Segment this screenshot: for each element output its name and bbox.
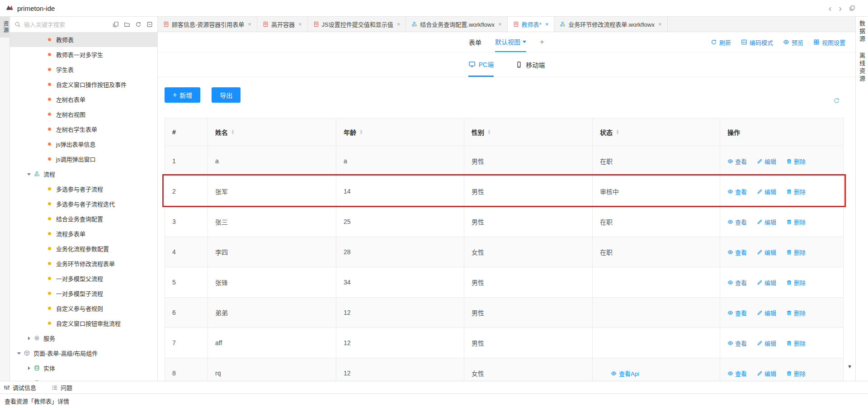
tree-item[interactable]: 流程多表单	[10, 226, 157, 241]
edit-action[interactable]: 编辑	[757, 369, 776, 378]
nav-back-icon[interactable]	[829, 4, 832, 13]
tree-item[interactable]: 自定义窗口按钮审批流程	[10, 316, 157, 331]
nav-forward-icon[interactable]	[839, 4, 842, 13]
export-button[interactable]: 导出	[212, 87, 241, 103]
resources-panel-tab[interactable]: 资源	[0, 17, 9, 38]
tree-item[interactable]: 流程	[10, 166, 157, 181]
tree-item[interactable]: js调用弹出窗口	[10, 152, 157, 166]
tree-item[interactable]: 多选参与者子流程	[10, 181, 157, 196]
problems-tab[interactable]: 问题	[52, 383, 72, 392]
view-action[interactable]: 查看	[727, 308, 747, 317]
expand-arrow-icon[interactable]	[15, 350, 23, 356]
tree-item[interactable]: js弹出表单信息	[10, 137, 157, 152]
tree-item[interactable]: 自定义窗口操作按钮及事件	[10, 77, 157, 92]
sort-icon[interactable]	[487, 129, 491, 135]
sort-icon[interactable]	[359, 129, 363, 135]
add-view-button[interactable]: +	[540, 32, 544, 52]
tree-item[interactable]: 业务环节修改流程表单	[10, 256, 157, 271]
preview-button[interactable]: 预览	[783, 38, 803, 47]
tree-item[interactable]: 结合业务查询配置	[10, 211, 157, 226]
view-action[interactable]: 查看	[727, 187, 747, 196]
folder-icon[interactable]	[124, 21, 130, 28]
close-tab-icon[interactable]	[658, 21, 662, 28]
table-row[interactable]: 7 aff 12 男性 查看编辑删除	[165, 328, 843, 358]
close-tab-icon[interactable]	[498, 21, 502, 28]
tree-item[interactable]: 服务	[10, 331, 157, 346]
debug-info-tab[interactable]: 调试信息	[4, 383, 36, 392]
edit-action[interactable]: 编辑	[757, 218, 776, 226]
sort-icon[interactable]	[231, 129, 235, 135]
delete-action[interactable]: 删除	[786, 308, 806, 317]
table-row[interactable]: 3 张三 25 男性 在职 查看编辑删除	[165, 207, 843, 237]
view-action[interactable]: 查看	[727, 369, 747, 378]
close-tab-icon[interactable]	[298, 21, 302, 28]
delete-action[interactable]: 删除	[786, 157, 806, 166]
tree-item[interactable]: 实体	[10, 361, 157, 375]
close-tab-icon[interactable]	[545, 21, 549, 28]
table-row[interactable]: 5 张锋 34 男性 查看编辑删除	[165, 267, 843, 298]
expand-arrow-icon[interactable]	[25, 171, 33, 177]
tab-mobile[interactable]: 移动端	[515, 52, 545, 77]
editor-tab[interactable]: JS设置控件提交值和显示值	[308, 17, 406, 32]
search-input[interactable]	[24, 21, 109, 28]
view-action[interactable]: 查看	[727, 278, 747, 287]
tree-item[interactable]: 左树右学生表单	[10, 122, 157, 137]
view-action[interactable]: 查看	[727, 218, 747, 226]
tree-item[interactable]: 一对多模型子流程	[10, 286, 157, 301]
sync-icon[interactable]	[833, 97, 840, 104]
window-restore-icon[interactable]	[849, 5, 855, 11]
expand-arrow-icon[interactable]	[25, 337, 33, 340]
table-row[interactable]: 4 李四 28 女性 在职 查看编辑删除	[165, 237, 843, 267]
delete-action[interactable]: 删除	[786, 187, 806, 196]
edit-action[interactable]: 编辑	[757, 187, 776, 196]
delete-action[interactable]: 删除	[786, 278, 806, 287]
tree-item[interactable]: 教师表	[10, 32, 157, 47]
table-row[interactable]: 1 a a 男性 在职 查看编辑删除	[165, 146, 843, 176]
editor-tab[interactable]: 结合业务查询配置.workflowx	[406, 17, 507, 32]
table-row[interactable]: 6 弟弟 12 男性 查看编辑删除	[165, 298, 843, 328]
tree-item[interactable]: 教师表一对多学生	[10, 47, 157, 62]
tree-item[interactable]: 一对多模型父流程	[10, 271, 157, 286]
view-api-link[interactable]: 查看Api	[611, 369, 639, 378]
tree-item[interactable]: 左树右表单	[10, 92, 157, 107]
view-action[interactable]: 查看	[727, 339, 747, 347]
tree-item[interactable]: 页面-表单-高级/布局组件	[10, 346, 157, 361]
editor-tab[interactable]: 顾客信息-资源容器引用表单	[158, 17, 257, 32]
tree-item[interactable]: 左树右视图	[10, 107, 157, 122]
refresh-view-button[interactable]: 刷新	[711, 38, 731, 47]
offline-resources-panel-tab[interactable]: 离线资源	[858, 52, 866, 83]
expand-arrow-icon[interactable]	[25, 366, 33, 370]
delete-action[interactable]: 删除	[786, 339, 806, 347]
tree-item[interactable]: 业务化流程参数配置	[10, 241, 157, 256]
close-tab-icon[interactable]	[248, 21, 251, 28]
scroll-down-arrow-icon[interactable]	[847, 364, 852, 369]
copy-icon[interactable]	[113, 21, 119, 28]
editor-tab[interactable]: 业务环节修改流程表单.workflowx	[554, 17, 667, 32]
add-button[interactable]: 新增	[165, 87, 200, 103]
close-tab-icon[interactable]	[397, 21, 401, 28]
tab-form[interactable]: 表单	[469, 32, 481, 52]
code-mode-button[interactable]: 编码模式	[741, 38, 773, 47]
edit-action[interactable]: 编辑	[757, 248, 776, 256]
view-action[interactable]: 查看	[727, 248, 747, 256]
tab-pc[interactable]: PC端	[468, 52, 494, 77]
tab-default-view[interactable]: 默认视图	[495, 32, 526, 52]
view-action[interactable]: 查看	[727, 157, 747, 166]
delete-action[interactable]: 删除	[786, 248, 806, 256]
tree-item[interactable]: 自定义参与者规则	[10, 301, 157, 316]
editor-tab[interactable]: 高开容器	[257, 17, 308, 32]
edit-action[interactable]: 编辑	[757, 308, 776, 317]
table-row[interactable]: 8 rq 12 女性 查看Api 查看编辑删除	[165, 358, 843, 381]
delete-action[interactable]: 删除	[786, 369, 806, 378]
tree-item[interactable]: 多选参与者子流程迭代	[10, 196, 157, 211]
tree-item[interactable]	[10, 375, 157, 381]
sort-icon[interactable]	[616, 129, 619, 135]
tree-item[interactable]: 学生表	[10, 62, 157, 77]
editor-tab[interactable]: 教师表*	[508, 17, 555, 32]
refresh-icon[interactable]	[135, 21, 142, 28]
edit-action[interactable]: 编辑	[757, 339, 776, 347]
edit-action[interactable]: 编辑	[757, 278, 776, 287]
edit-action[interactable]: 编辑	[757, 157, 776, 166]
table-row[interactable]: 2 张军 14 男性 审核中 查看编辑删除	[165, 176, 843, 207]
delete-action[interactable]: 删除	[786, 218, 806, 226]
